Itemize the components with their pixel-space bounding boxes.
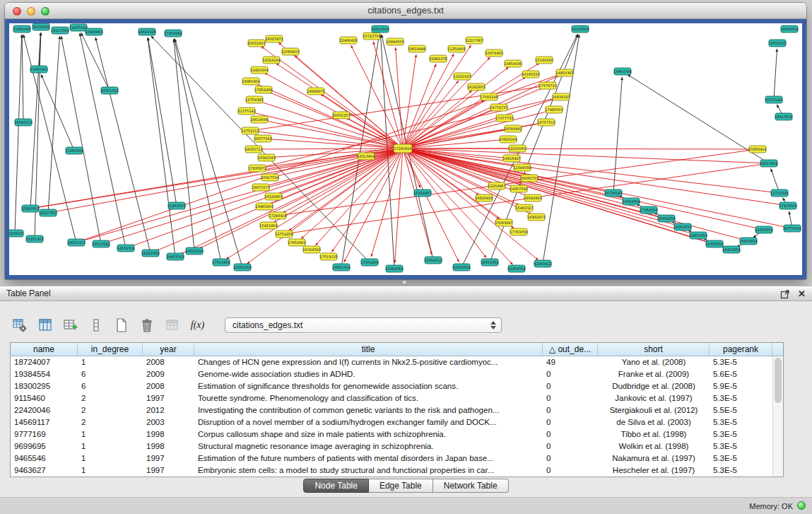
- table-row[interactable]: 946362711997Embryonic stem cells: a mode…: [11, 465, 783, 477]
- graph-node[interactable]: 18354554: [657, 215, 675, 222]
- graph-node[interactable]: 12204967: [488, 182, 505, 189]
- graph-node[interactable]: 17513454: [212, 259, 230, 266]
- graph-node[interactable]: 20031603: [247, 40, 265, 47]
- graph-node[interactable]: 15184457: [413, 189, 431, 197]
- graph-node[interactable]: 12752112: [241, 127, 259, 134]
- graph-node[interactable]: 17093148: [480, 93, 498, 100]
- graph-node[interactable]: 10354554: [705, 240, 723, 247]
- column-header-short[interactable]: short: [598, 343, 710, 356]
- float-panel-icon[interactable]: [780, 289, 790, 299]
- graph-node[interactable]: 17854963: [288, 239, 305, 246]
- column-header-year[interactable]: year: [143, 343, 194, 356]
- graph-node[interactable]: 18130804: [571, 25, 589, 33]
- tab-network-table[interactable]: Network Table: [433, 479, 509, 493]
- graph-node[interactable]: 22084603: [281, 48, 299, 55]
- show-columns-icon[interactable]: [35, 316, 54, 335]
- graph-node[interactable]: 17354209: [360, 259, 378, 266]
- row-operations-icon[interactable]: [86, 316, 105, 335]
- graph-node[interactable]: 19965404: [242, 78, 259, 85]
- graph-node[interactable]: 16195233: [522, 71, 539, 78]
- close-button[interactable]: [13, 7, 21, 16]
- graph-node[interactable]: 20031257: [332, 112, 350, 119]
- table-settings-icon[interactable]: [10, 316, 29, 335]
- graph-node[interactable]: 16513542: [92, 240, 110, 247]
- graph-node[interactable]: 92450412: [534, 260, 551, 267]
- window-titlebar[interactable]: citations_edges.txt: [5, 3, 806, 19]
- graph-node[interactable]: 17783058: [510, 228, 527, 235]
- graph-node[interactable]: 16892473: [527, 214, 545, 221]
- column-header-pagerank[interactable]: pagerank: [710, 343, 772, 356]
- graph-node[interactable]: 19965804: [255, 203, 273, 210]
- graph-node[interactable]: 16334583: [302, 246, 320, 253]
- graph-node[interactable]: 18030045: [32, 23, 49, 30]
- graph-node[interactable]: 12354554: [452, 264, 470, 271]
- table-row[interactable]: 977716911998Corpus callosum shape and si…: [11, 428, 783, 440]
- network-graph[interactable]: 2003160318025871220846031452418412420204…: [9, 23, 802, 275]
- network-canvas[interactable]: 2003160318025871220846031452418412420204…: [9, 23, 802, 275]
- graph-node[interactable]: 16654554: [739, 238, 757, 245]
- splitter-handle-icon[interactable]: [401, 280, 408, 285]
- graph-node[interactable]: 12710544: [770, 189, 788, 197]
- column-header-title[interactable]: title: [194, 343, 543, 356]
- graph-node[interactable]: 10816164: [499, 136, 517, 143]
- graph-node[interactable]: 21060503: [30, 66, 47, 73]
- graph-node[interactable]: 12217987: [465, 37, 483, 44]
- graph-node[interactable]: 16054554: [673, 223, 691, 230]
- graph-node[interactable]: 10523543: [185, 247, 203, 255]
- table-row[interactable]: 946554611997Estimation of the future num…: [11, 452, 783, 465]
- graph-node[interactable]: 18584442: [504, 125, 522, 132]
- graph-node[interactable]: 16849500: [386, 38, 404, 45]
- minimize-button[interactable]: [27, 7, 35, 16]
- graph-node[interactable]: 12954554: [755, 226, 772, 233]
- graph-node[interactable]: 16137054: [51, 27, 69, 34]
- import-table-icon[interactable]: [163, 316, 182, 335]
- graph-node[interactable]: 17354554: [640, 206, 657, 214]
- graph-node[interactable]: 18901354: [332, 264, 350, 271]
- graph-node[interactable]: 14957594: [510, 185, 527, 192]
- table-row[interactable]: 2242004622012Investigating the contribut…: [11, 404, 783, 416]
- graph-node[interactable]: 20051318: [100, 87, 118, 94]
- graph-node[interactable]: 14854030: [504, 60, 522, 67]
- graph-node[interactable]: 16981376: [429, 55, 447, 62]
- column-header-out_degree[interactable]: △ out_de...: [543, 343, 598, 356]
- graph-node[interactable]: 19354354: [385, 265, 403, 272]
- graph-node[interactable]: 16453543: [166, 253, 184, 260]
- graph-node[interactable]: 10980804: [85, 28, 102, 35]
- graph-node[interactable]: 14641025: [138, 28, 155, 35]
- delete-table-icon[interactable]: [137, 316, 156, 335]
- graph-node[interactable]: 21260503: [167, 202, 185, 209]
- graph-node[interactable]: 17579710: [539, 82, 556, 89]
- graph-node[interactable]: 14354554: [622, 198, 640, 205]
- graph-node[interactable]: 17519135: [319, 253, 337, 260]
- tab-node-table[interactable]: Node Table: [303, 479, 369, 493]
- graph-node[interactable]: 17458064: [164, 30, 182, 37]
- graph-node[interactable]: 15461045: [13, 25, 30, 33]
- table-row[interactable]: 1872400712008Changes of HCN gene express…: [11, 356, 783, 368]
- graph-node[interactable]: 12754385: [245, 96, 263, 103]
- graph-node[interactable]: 16938193: [552, 93, 570, 100]
- graph-node[interactable]: 12754209: [275, 230, 293, 238]
- graph-node[interactable]: 15093847: [495, 219, 512, 226]
- new-table-icon[interactable]: [112, 316, 131, 335]
- table-row[interactable]: 1830029562008Estimation of significance …: [11, 380, 783, 392]
- table-row[interactable]: 1456911722003Disruption of a novel membe…: [11, 416, 783, 428]
- graph-node[interactable]: 15251203: [25, 235, 43, 243]
- graph-node[interactable]: 18060013: [14, 119, 32, 126]
- graph-node[interactable]: 19948975: [307, 88, 324, 95]
- memory-status-icon[interactable]: [797, 501, 806, 510]
- graph-node[interactable]: 17260503: [65, 147, 83, 154]
- graph-node[interactable]: 17854286: [254, 86, 272, 93]
- graph-node[interactable]: 18544903: [524, 194, 541, 201]
- graph-node[interactable]: 16162653: [467, 83, 485, 90]
- graph-node[interactable]: 18439554: [780, 25, 798, 33]
- function-builder-icon[interactable]: f(x): [188, 316, 207, 335]
- graph-node[interactable]: 17480503: [545, 106, 563, 113]
- graph-node[interactable]: 11544099: [513, 164, 531, 171]
- graph-node[interactable]: 18614096: [250, 116, 268, 123]
- graph-hub-node[interactable]: 17240816: [394, 144, 412, 153]
- graph-node[interactable]: 16095733: [520, 175, 538, 182]
- graph-node[interactable]: 15958414: [748, 146, 766, 153]
- graph-node[interactable]: 14816427: [502, 155, 520, 162]
- graph-node[interactable]: 14533504: [117, 245, 134, 252]
- graph-node[interactable]: 17377733: [495, 115, 513, 122]
